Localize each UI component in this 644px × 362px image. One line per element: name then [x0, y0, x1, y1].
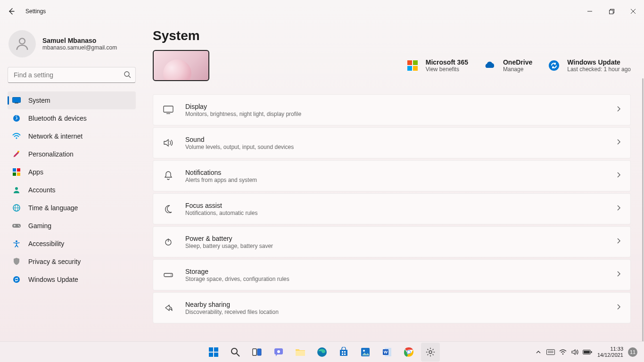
svg-rect-10 — [15, 103, 18, 104]
svg-rect-26 — [14, 225, 15, 227]
sound-icon — [163, 139, 174, 147]
user-block[interactable]: Samuel Mbanaso mbanaso.samuel@gmail.com — [8, 30, 136, 58]
back-button[interactable] — [6, 6, 17, 17]
svg-rect-55 — [344, 351, 346, 353]
tile-title: Windows Update — [567, 58, 631, 66]
card-title: Display — [185, 103, 616, 110]
tray-wifi[interactable] — [558, 343, 568, 362]
gamepad-icon — [12, 222, 21, 230]
card-title: Notifications — [185, 169, 616, 176]
nav-list: System Bluetooth & devices Network & int… — [8, 91, 136, 288]
taskbar-pinned-app-1[interactable] — [356, 343, 375, 362]
nav-label: System — [28, 97, 50, 104]
card-sub: Monitors, brightness, night light, displ… — [185, 111, 616, 117]
svg-point-27 — [16, 240, 17, 242]
card-storage[interactable]: StorageStorage space, drives, configurat… — [153, 259, 631, 290]
nav-label: Network & internet — [28, 132, 83, 140]
card-display[interactable]: DisplayMonitors, brightness, night light… — [153, 94, 631, 125]
taskbar-explorer[interactable] — [291, 343, 310, 362]
svg-point-65 — [407, 351, 410, 354]
task-view[interactable] — [248, 343, 266, 362]
nav-time[interactable]: Time & language — [8, 199, 136, 217]
nav-bluetooth[interactable]: Bluetooth & devices — [8, 109, 136, 127]
apps-icon — [12, 168, 21, 176]
taskbar-clock[interactable]: 11:33 14/12/2021 — [597, 346, 623, 358]
nav-personalization[interactable]: Personalization — [8, 145, 136, 163]
nav-privacy[interactable]: Privacy & security — [8, 253, 136, 271]
svg-point-6 — [19, 38, 25, 44]
svg-rect-14 — [13, 168, 16, 172]
tile-onedrive[interactable]: OneDriveManage — [483, 58, 532, 73]
tray-battery[interactable] — [582, 343, 593, 362]
svg-rect-53 — [340, 350, 347, 356]
taskbar-chrome[interactable] — [399, 343, 418, 362]
notif-count: 11 — [630, 349, 636, 355]
taskbar-notifications[interactable]: 11 — [628, 347, 637, 357]
tile-title: Microsoft 365 — [426, 58, 468, 66]
clock-date: 14/12/2021 — [597, 352, 623, 358]
back-arrow-icon — [8, 8, 15, 15]
svg-rect-32 — [413, 66, 418, 71]
onedrive-icon — [483, 59, 496, 72]
taskbar-edge[interactable] — [313, 343, 331, 362]
chevron-right-icon — [616, 304, 621, 312]
wifi-icon — [12, 132, 21, 140]
card-title: Focus assist — [185, 202, 616, 209]
svg-point-12 — [16, 137, 17, 139]
card-sub: Storage space, drives, configuration rul… — [185, 276, 616, 282]
taskbar-word[interactable]: W — [378, 343, 396, 362]
tray-chevron-up[interactable] — [533, 343, 544, 362]
start-button[interactable] — [204, 343, 223, 362]
card-focus-assist[interactable]: Focus assistNotifications, automatic rul… — [153, 193, 631, 224]
close-icon — [631, 9, 636, 14]
user-name: Samuel Mbanaso — [42, 37, 117, 44]
volume-icon — [571, 349, 579, 355]
nav-label: Bluetooth & devices — [28, 115, 87, 122]
card-sound[interactable]: SoundVolume levels, output, input, sound… — [153, 127, 631, 158]
chevron-right-icon — [616, 271, 621, 279]
svg-text:W: W — [384, 350, 388, 354]
chevron-right-icon — [616, 238, 621, 246]
page-title: System — [153, 28, 631, 43]
svg-rect-73 — [584, 351, 590, 354]
card-power[interactable]: Power & batterySleep, battery usage, bat… — [153, 226, 631, 257]
tile-windows-update[interactable]: Windows UpdateLast checked: 1 hour ago — [547, 58, 631, 73]
nav-windows-update[interactable]: Windows Update — [8, 271, 136, 288]
card-nearby-sharing[interactable]: Nearby sharingDiscoverability, received … — [153, 292, 631, 323]
svg-rect-3 — [609, 10, 613, 14]
svg-point-66 — [429, 351, 432, 354]
word-icon: W — [382, 347, 392, 357]
svg-point-70 — [562, 353, 564, 354]
svg-rect-54 — [342, 351, 343, 353]
svg-rect-44 — [214, 353, 218, 357]
nav-apps[interactable]: Apps — [8, 163, 136, 181]
battery-icon — [583, 349, 592, 355]
taskbar-store[interactable] — [334, 343, 353, 362]
nav-gaming[interactable]: Gaming — [8, 217, 136, 235]
brush-icon — [12, 150, 21, 158]
nav-accounts[interactable]: Accounts — [8, 181, 136, 199]
scrollbar-thumb[interactable] — [642, 78, 644, 341]
search-input[interactable] — [8, 67, 136, 83]
taskbar-settings[interactable] — [421, 343, 440, 362]
hero-row: Microsoft 365View benefits OneDriveManag… — [153, 50, 631, 81]
nav-system[interactable]: System — [8, 91, 136, 109]
svg-line-8 — [129, 76, 131, 78]
minimize-button[interactable] — [579, 4, 601, 19]
card-notifications[interactable]: NotificationsAlerts from apps and system — [153, 160, 631, 191]
taskbar-chat[interactable] — [269, 343, 288, 362]
maximize-button[interactable] — [601, 4, 622, 19]
edge-icon — [316, 346, 328, 358]
tray-keyboard[interactable] — [545, 343, 556, 362]
tray-volume[interactable] — [570, 343, 580, 362]
update-icon — [12, 275, 21, 284]
tile-microsoft365[interactable]: Microsoft 365View benefits — [406, 58, 468, 73]
taskbar-search[interactable] — [226, 343, 245, 362]
pc-thumbnail[interactable] — [153, 50, 209, 81]
svg-rect-72 — [591, 351, 592, 353]
nav-accessibility[interactable]: Accessibility — [8, 235, 136, 253]
nav-network[interactable]: Network & internet — [8, 127, 136, 145]
close-button[interactable] — [622, 4, 644, 19]
svg-rect-16 — [13, 173, 16, 176]
titlebar: Settings — [0, 0, 644, 23]
